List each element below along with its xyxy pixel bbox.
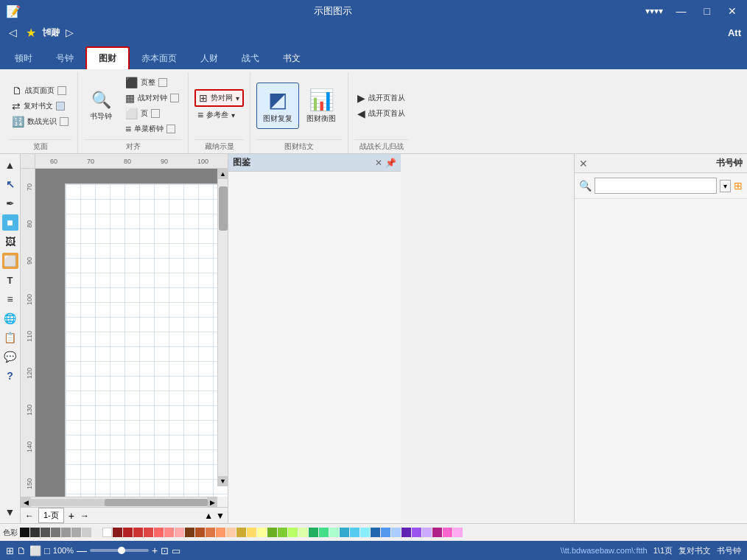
status-plus-btn[interactable]: + bbox=[152, 545, 158, 556]
ribbon-btn-dancai[interactable]: ≡ 单菜桥钟 bbox=[122, 122, 182, 136]
color-swatch[interactable] bbox=[51, 528, 60, 537]
ribbon-btn-shidui[interactable]: ⊞ 势对网 ▾ bbox=[194, 89, 244, 107]
color-swatch[interactable] bbox=[82, 528, 91, 537]
color-swatch[interactable] bbox=[216, 528, 225, 537]
color-swatch[interactable] bbox=[113, 528, 122, 537]
color-swatch[interactable] bbox=[267, 528, 277, 537]
status-zoom-icon[interactable]: □ bbox=[44, 545, 50, 556]
scroll-thumb-v[interactable] bbox=[219, 186, 228, 231]
tool-select[interactable]: ↖ bbox=[2, 176, 18, 192]
tab-shuwen[interactable]: 书文 bbox=[271, 48, 312, 69]
color-swatch[interactable] bbox=[61, 528, 71, 537]
ribbon-btn-chakan[interactable]: 🔍 书导钟 bbox=[84, 86, 118, 126]
page-prev-btn[interactable]: ← bbox=[24, 509, 35, 522]
color-swatch[interactable] bbox=[319, 528, 329, 537]
ribbon-btn-fanzhuan[interactable]: ⇄ 复对书文 bbox=[9, 99, 71, 113]
ribbon-btn-zhanye[interactable]: 🗋 战页面页 bbox=[9, 83, 71, 98]
tool-globe[interactable]: 🌐 bbox=[2, 310, 18, 326]
color-swatch[interactable] bbox=[391, 528, 401, 537]
zoom-thumb[interactable] bbox=[118, 547, 125, 554]
color-swatch[interactable] bbox=[288, 528, 298, 537]
minimize-button[interactable]: — bbox=[672, 4, 691, 18]
scroll-left-btn[interactable]: ◀ bbox=[21, 497, 31, 508]
color-swatch[interactable] bbox=[20, 528, 29, 537]
status-fit-width-btn[interactable]: ▭ bbox=[172, 545, 180, 556]
search-grid-btn[interactable]: ⊞ bbox=[734, 180, 743, 192]
status-fit-page-btn[interactable]: ⊡ bbox=[161, 545, 169, 556]
color-swatch[interactable] bbox=[133, 528, 143, 537]
tool-scroll-up[interactable]: ▲ bbox=[2, 157, 18, 173]
color-swatches[interactable] bbox=[20, 528, 463, 537]
color-swatch[interactable] bbox=[340, 528, 349, 537]
tab-tucai[interactable]: 图财 bbox=[85, 46, 130, 69]
color-swatch[interactable] bbox=[30, 528, 40, 537]
status-view-icon[interactable]: ⬜ bbox=[29, 545, 41, 556]
color-swatch[interactable] bbox=[102, 528, 112, 537]
ribbon-btn-ye[interactable]: ⬜ 页 bbox=[122, 106, 182, 121]
color-swatch[interactable] bbox=[236, 528, 246, 537]
vertical-scrollbar[interactable]: ▲ ▼ bbox=[217, 169, 228, 486]
status-grid-icon[interactable]: ⊞ bbox=[6, 545, 14, 556]
qa-star-icon[interactable]: ★ bbox=[23, 24, 39, 41]
scroll-right-btn[interactable]: ▶ bbox=[207, 497, 217, 508]
scroll-thumb-h[interactable] bbox=[105, 499, 208, 506]
search-dropdown-btn[interactable]: ▾ bbox=[720, 180, 731, 192]
color-swatch[interactable] bbox=[195, 528, 205, 537]
tuji-close-btn[interactable]: ✕ bbox=[375, 158, 382, 168]
shidui-drop[interactable]: ▾ bbox=[236, 94, 239, 102]
color-swatch[interactable] bbox=[257, 528, 267, 537]
qa-back-icon[interactable]: ◁ bbox=[6, 25, 20, 40]
ribbon-btn-zhankaifrom[interactable]: ▶ 战开页首从 bbox=[354, 91, 408, 105]
horizontal-scrollbar[interactable]: ◀ ▶ bbox=[21, 497, 217, 507]
page-down-btn[interactable]: ▼ bbox=[216, 511, 225, 521]
close-button[interactable]: ✕ bbox=[723, 4, 741, 18]
status-page-icon[interactable]: 🗋 bbox=[17, 545, 27, 556]
color-swatch[interactable] bbox=[164, 528, 174, 537]
tool-rectangle[interactable]: ■ bbox=[2, 214, 18, 231]
tool-copy[interactable]: 📋 bbox=[2, 329, 18, 346]
scroll-up-btn[interactable]: ▲ bbox=[218, 169, 228, 179]
color-swatch[interactable] bbox=[453, 528, 463, 537]
color-swatch[interactable] bbox=[401, 528, 411, 537]
maximize-button[interactable]: □ bbox=[700, 4, 715, 18]
tab-haozhong[interactable]: 号钟 bbox=[44, 48, 85, 69]
tuji-pin-btn[interactable]: 📌 bbox=[385, 158, 396, 168]
scroll-track-h[interactable] bbox=[31, 499, 207, 506]
page-up-btn[interactable]: ▲ bbox=[204, 511, 213, 521]
tool-text[interactable]: T bbox=[2, 272, 18, 288]
tool-pen[interactable]: ✒ bbox=[2, 195, 18, 211]
status-minus-btn[interactable]: — bbox=[77, 545, 87, 556]
color-swatch[interactable] bbox=[360, 528, 370, 537]
search-input[interactable] bbox=[595, 178, 717, 194]
page-tab-1[interactable]: 1-页 bbox=[38, 508, 64, 523]
color-swatch[interactable] bbox=[71, 528, 81, 537]
color-swatch[interactable] bbox=[412, 528, 421, 537]
color-swatch[interactable] bbox=[175, 528, 184, 537]
tab-zhany[interactable]: 战弋 bbox=[230, 48, 271, 69]
color-swatch[interactable] bbox=[298, 528, 308, 537]
canvas-background[interactable] bbox=[35, 169, 228, 497]
tool-box[interactable]: ⬜ bbox=[2, 253, 18, 269]
color-swatch[interactable] bbox=[41, 528, 50, 537]
tab-rencai[interactable]: 人财 bbox=[189, 48, 230, 69]
color-swatch[interactable] bbox=[350, 528, 360, 537]
tool-list[interactable]: ≡ bbox=[2, 291, 18, 307]
ribbon-btn-shumu[interactable]: 🔢 数战光识 bbox=[9, 114, 71, 129]
qa-forward-icon[interactable]: ▷ bbox=[63, 25, 77, 40]
ribbon-btn-tucaiheng[interactable]: 📊 图财衡图 bbox=[301, 83, 342, 128]
page-canvas[interactable] bbox=[65, 183, 228, 497]
color-swatch[interactable] bbox=[329, 528, 339, 537]
zoom-slider[interactable] bbox=[90, 549, 149, 552]
color-swatch[interactable] bbox=[371, 528, 380, 537]
tool-help[interactable]: ? bbox=[2, 368, 18, 384]
color-swatch[interactable] bbox=[278, 528, 287, 537]
tab-dunshi[interactable]: 顿时 bbox=[3, 48, 44, 69]
color-swatch[interactable] bbox=[422, 528, 432, 537]
tool-chat[interactable]: 💬 bbox=[2, 349, 18, 365]
color-swatch[interactable] bbox=[443, 528, 452, 537]
shupanel-close-btn[interactable]: ✕ bbox=[579, 158, 588, 169]
color-swatch[interactable] bbox=[247, 528, 256, 537]
color-swatch[interactable] bbox=[309, 528, 318, 537]
ribbon-btn-tucaifufu[interactable]: ◩ 图财复复 bbox=[256, 83, 299, 129]
color-swatch[interactable] bbox=[144, 528, 153, 537]
